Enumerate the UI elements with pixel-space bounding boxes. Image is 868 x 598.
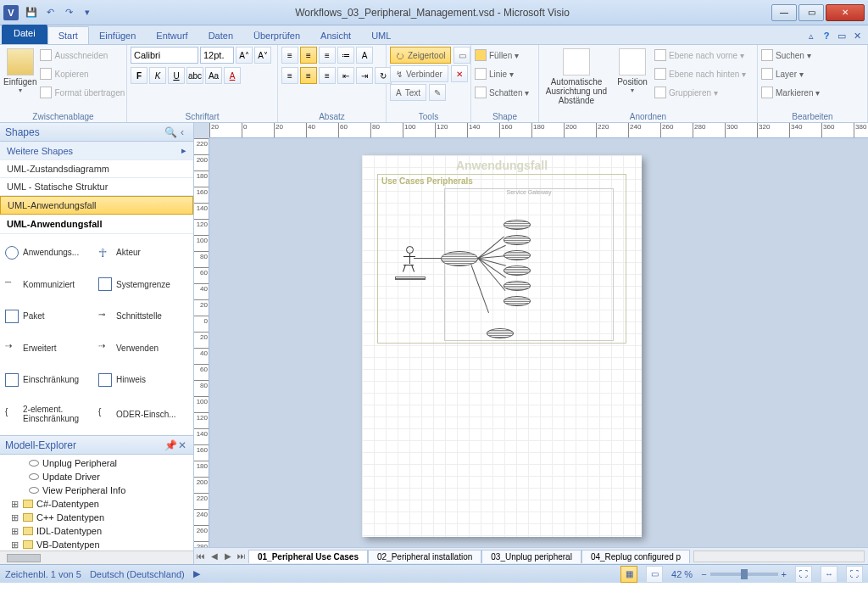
indent-dec-button[interactable]: ⇤ [337, 67, 354, 84]
minimize-button[interactable]: — [771, 4, 797, 21]
shapes-search-icon[interactable]: 🔍 [164, 126, 176, 138]
shadow-button[interactable]: Schatten ▾ [475, 84, 529, 101]
shapes-collapse-icon[interactable]: ‹ [176, 126, 188, 138]
fit-width-icon[interactable]: ↔ [821, 566, 837, 583]
usecase-5[interactable] [504, 281, 531, 291]
pointer-tool-button[interactable]: ⭮ Zeigertool [390, 47, 451, 64]
actor-platform[interactable] [395, 277, 426, 280]
language-indicator[interactable]: Deutsch (Deutschland) [90, 569, 185, 579]
bullets-button[interactable]: ≔ [337, 47, 354, 64]
explorer-pin-icon[interactable]: 📌 [164, 439, 176, 451]
group-button[interactable]: Gruppieren ▾ [654, 84, 746, 101]
redo-icon[interactable]: ↷ [61, 5, 76, 20]
shape-communicates[interactable]: ─Kommuniziert [5, 271, 95, 299]
shape-constraint[interactable]: Einschränkung [5, 366, 95, 394]
shape-or-constraint[interactable]: {ODER-Einsch... [98, 399, 188, 431]
expand-icon[interactable]: ⊞ [10, 526, 19, 537]
format-painter-button[interactable]: Format übertragen [40, 84, 125, 101]
line-button[interactable]: Linie ▾ [475, 65, 529, 82]
tab-view[interactable]: Ansicht [310, 27, 361, 44]
qat-dropdown-icon[interactable]: ▾ [80, 5, 95, 20]
text-tool-button[interactable]: A Text [390, 84, 426, 101]
page-tab-3[interactable]: 04_Replug configured p [581, 550, 690, 563]
explorer-hscroll[interactable] [0, 550, 193, 564]
underline-button[interactable]: U [168, 67, 185, 84]
stencil-row-0[interactable]: UML-Zustandsdiagramm [0, 160, 193, 178]
rectangle-tool-button[interactable]: ▭ [453, 47, 470, 64]
select-button[interactable]: Markieren ▾ [761, 84, 820, 101]
window-option-icon[interactable]: ▭ [836, 31, 848, 42]
align-top-button[interactable]: ≡ [281, 47, 298, 64]
zoom-slider[interactable]: − + [701, 569, 787, 579]
tab-data[interactable]: Daten [198, 27, 243, 44]
ribbon-minimize-icon[interactable]: ▵ [805, 31, 817, 42]
page-tab-0[interactable]: 01_Peripheral Use Cases [248, 550, 368, 563]
send-back-button[interactable]: Ebene nach hinten ▾ [654, 65, 746, 82]
stencil-row-2[interactable]: UML-Anwendungsfall [0, 196, 193, 215]
stencil-row-1[interactable]: UML - Statische Struktur [0, 178, 193, 196]
tab-uml[interactable]: UML [361, 27, 401, 44]
shape-2constraint[interactable]: {2-element. Einschränkung [5, 399, 95, 431]
tab-insert[interactable]: Einfügen [89, 27, 146, 44]
bring-front-button[interactable]: Ebene nach vorne ▾ [654, 47, 746, 64]
usecase-container[interactable]: Use Cases Peripherals Service Gateway [377, 174, 626, 344]
page-last-icon[interactable]: ⏭ [235, 551, 248, 561]
auto-align-button[interactable]: Automatische Ausrichtung und Abstände [542, 47, 610, 105]
page-next-icon[interactable]: ▶ [221, 551, 235, 561]
shape-usecase[interactable]: Anwendungs... [5, 239, 95, 266]
usecase-4[interactable] [504, 265, 531, 276]
page-prev-icon[interactable]: ◀ [208, 551, 221, 561]
explorer-close-icon[interactable]: ✕ [176, 439, 188, 451]
align-right-button[interactable]: ≡ [319, 67, 336, 84]
fit-page-icon[interactable]: ⛶ [795, 566, 812, 583]
find-button[interactable]: Suchen ▾ [761, 47, 820, 64]
font-color-button[interactable]: A [224, 67, 241, 84]
drawing-page[interactable]: Anwendungsfall Use Cases Peripherals Ser… [362, 155, 642, 537]
connector-tool-button[interactable]: ↯ Verbinder [390, 65, 448, 82]
cut-button[interactable]: Ausschneiden [40, 47, 125, 64]
expand-icon[interactable]: ⊞ [10, 499, 19, 510]
usecase-2[interactable] [504, 235, 531, 245]
maximize-button[interactable]: ▭ [798, 4, 824, 21]
pencil-tool-button[interactable]: ✎ [429, 84, 446, 101]
font-size-input[interactable] [200, 47, 234, 64]
expand-icon[interactable]: ⊞ [10, 539, 19, 550]
font-name-input[interactable] [131, 47, 198, 64]
clear-format-button[interactable]: A [356, 47, 373, 64]
indent-inc-button[interactable]: ⇥ [356, 67, 373, 84]
expand-icon[interactable]: ⊞ [10, 512, 19, 523]
page-tab-1[interactable]: 02_Peripheral installation [368, 550, 481, 563]
usecase-1[interactable] [504, 220, 531, 230]
page-tab-2[interactable]: 03_Unplug peripheral [481, 550, 581, 563]
fullscreen-icon[interactable]: ⛶ [846, 566, 863, 583]
drawing-surface[interactable]: Anwendungsfall Use Cases Peripherals Ser… [209, 138, 868, 547]
macro-icon[interactable]: ▶ [193, 568, 200, 579]
align-left-button[interactable]: ≡ [281, 67, 298, 84]
more-shapes-row[interactable]: Weitere Shapes▸ [0, 142, 193, 160]
bold-button[interactable]: F [131, 67, 147, 84]
zoom-label[interactable]: 42 % [671, 569, 693, 579]
shape-interface[interactable]: ⊸Schnittstelle [98, 303, 188, 330]
view-mode-normal-icon[interactable]: ▦ [620, 566, 637, 583]
close-button[interactable]: ✕ [826, 4, 865, 21]
window-close2-icon[interactable]: ✕ [851, 31, 863, 42]
main-usecase[interactable] [441, 251, 478, 266]
shape-boundary[interactable]: Systemgrenze [98, 271, 188, 299]
actor-figure[interactable] [403, 246, 415, 271]
usecase-6[interactable] [504, 296, 531, 306]
position-button[interactable]: Position ▾ [614, 47, 651, 94]
tab-start[interactable]: Start [47, 26, 89, 44]
copy-button[interactable]: Kopieren [40, 65, 125, 82]
save-icon[interactable]: 💾 [24, 5, 39, 20]
shrink-font-icon[interactable]: A˅ [254, 47, 271, 64]
shape-note[interactable]: Hinweis [98, 366, 188, 394]
cancel-tool-icon[interactable]: ✕ [451, 65, 468, 82]
grow-font-icon[interactable]: A˄ [236, 47, 253, 64]
help-icon[interactable]: ? [821, 31, 832, 41]
tab-review[interactable]: Überprüfen [243, 27, 310, 44]
strike-button[interactable]: abc [186, 67, 203, 84]
file-tab[interactable]: Datei [2, 25, 47, 44]
connector[interactable] [414, 258, 441, 259]
layer-button[interactable]: Layer ▾ [761, 65, 820, 82]
shape-extends[interactable]: ⇢Erweitert [5, 335, 95, 362]
